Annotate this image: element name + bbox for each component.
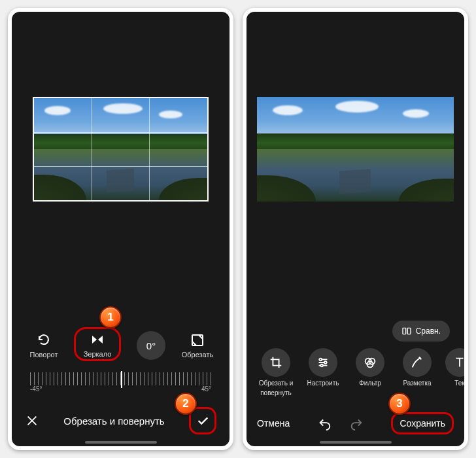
crop-canvas[interactable]	[33, 97, 209, 202]
crop-rotate-button[interactable]: Обрезать и повернуть	[254, 348, 298, 396]
svg-point-5	[320, 364, 323, 367]
adjust-label: Настроить	[307, 379, 339, 387]
bottom-bar: Отмена Сохранить	[246, 412, 464, 434]
editor-tool-row: Обрезать и повернуть Настроить	[246, 348, 464, 396]
filter-button[interactable]: Фильтр	[348, 348, 392, 387]
crop-handle-bottom[interactable]	[114, 200, 128, 202]
rotate-button[interactable]: Поворот	[27, 332, 60, 359]
ruler-max-label: 45°	[201, 385, 211, 393]
phone-right: Сравн. Обрезать и повернуть	[243, 8, 468, 450]
crop-tool-row: Поворот Зеркало 0°	[12, 330, 230, 361]
crop-handle-bottom-right[interactable]	[196, 188, 209, 202]
markup-icon	[410, 355, 424, 370]
svg-point-3	[320, 359, 322, 361]
mirror-icon	[90, 332, 105, 347]
crop-handle-left[interactable]	[33, 143, 34, 156]
callout-1: 1	[99, 306, 122, 328]
crop-handle-top[interactable]	[114, 97, 128, 98]
ruler-min-label: -45°	[30, 385, 42, 393]
close-icon	[25, 414, 39, 428]
image-preview[interactable]	[257, 97, 454, 202]
undo-icon	[318, 416, 332, 431]
aspect-ratio-button[interactable]: Обрезать	[181, 332, 214, 359]
check-icon	[196, 414, 210, 428]
save-button[interactable]: Сохранить	[391, 412, 454, 434]
callout-3: 3	[388, 393, 411, 415]
rotate-icon	[36, 332, 52, 348]
cancel-button[interactable]: Отмена	[257, 418, 290, 429]
redo-icon	[349, 416, 364, 431]
svg-rect-1	[403, 328, 406, 334]
compare-button[interactable]: Сравн.	[392, 321, 450, 342]
crop-grid-line	[149, 98, 150, 200]
aspect-ratio-label: Обрезать	[182, 351, 214, 359]
text-label: Тек	[454, 379, 464, 387]
cancel-button[interactable]	[25, 414, 39, 428]
mirror-label: Зеркало	[84, 350, 112, 358]
rotation-ruler[interactable]: -45° 45°	[30, 370, 211, 393]
bottom-bar: Обрезать и повернуть	[12, 407, 230, 434]
undo-button[interactable]	[318, 416, 332, 431]
crop-handle-right[interactable]	[207, 143, 209, 156]
adjust-button[interactable]: Настроить	[301, 348, 345, 387]
nav-handle[interactable]	[85, 441, 157, 444]
text-icon	[452, 355, 464, 370]
adjust-icon	[316, 355, 330, 370]
crop-grid-line	[92, 98, 92, 200]
crop-rotate-label-2: повернуть	[260, 389, 292, 396]
filter-icon	[363, 355, 377, 370]
ruler-track[interactable]	[30, 372, 211, 385]
filter-label: Фильтр	[359, 379, 381, 387]
callout-2: 2	[175, 393, 197, 415]
compare-icon	[401, 326, 412, 336]
crop-handle-bottom-left[interactable]	[33, 188, 46, 202]
svg-point-4	[324, 361, 327, 364]
bottom-title: Обрезать и повернуть	[39, 415, 189, 427]
image-preview	[34, 98, 207, 200]
angle-button[interactable]: 0°	[135, 331, 167, 360]
nav-handle[interactable]	[320, 441, 392, 444]
text-button[interactable]: Тек	[443, 348, 462, 387]
crop-handle-top-left[interactable]	[33, 97, 46, 110]
mirror-button[interactable]: Зеркало	[74, 327, 121, 361]
crop-grid-line	[34, 166, 207, 167]
aspect-ratio-icon	[190, 332, 205, 348]
phone-left: Поворот Зеркало 0°	[8, 8, 233, 450]
compare-label: Сравн.	[416, 326, 441, 336]
markup-button[interactable]: Разметка	[396, 348, 439, 387]
rotate-label: Поворот	[30, 351, 58, 359]
markup-label: Разметка	[403, 379, 431, 387]
redo-button[interactable]	[349, 416, 364, 431]
crop-grid-line	[34, 132, 207, 133]
crop-rotate-label-1: Обрезать и	[259, 379, 294, 387]
crop-rotate-icon	[269, 355, 283, 370]
crop-handle-top-right[interactable]	[196, 97, 209, 110]
angle-value: 0°	[137, 331, 165, 360]
svg-rect-2	[407, 328, 411, 334]
